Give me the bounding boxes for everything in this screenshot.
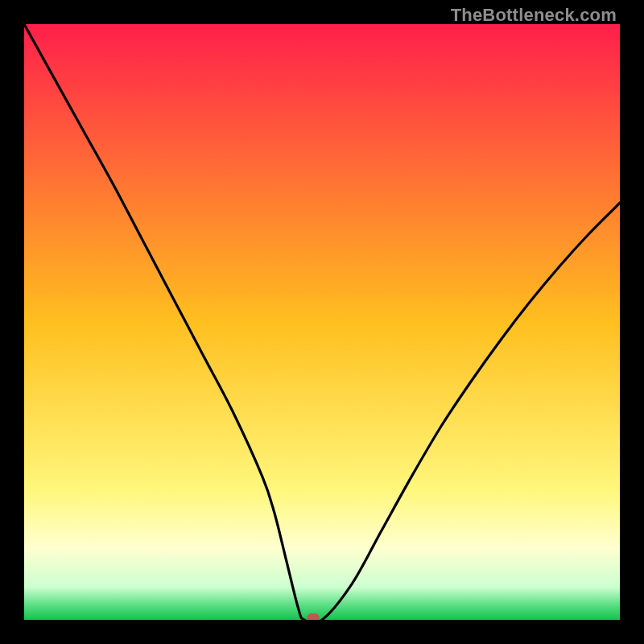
bottleneck-chart	[24, 24, 620, 620]
chart-frame: TheBottleneck.com	[0, 0, 644, 644]
bottleneck-marker	[307, 613, 320, 620]
plot-area	[24, 24, 620, 620]
watermark-label: TheBottleneck.com	[451, 5, 617, 26]
gradient-background	[24, 24, 620, 620]
